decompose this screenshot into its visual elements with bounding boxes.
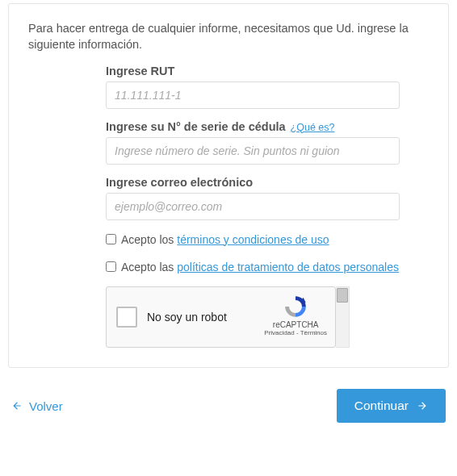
privacy-checkbox[interactable] xyxy=(106,261,116,272)
email-group: Ingrese correo electrónico xyxy=(106,176,400,220)
serie-group: Ingrese su N° de serie de cédula ¿Qué es… xyxy=(106,120,400,165)
recaptcha-checkbox[interactable] xyxy=(116,307,137,328)
privacy-row: Acepto las políticas de tratamiento de d… xyxy=(106,259,400,275)
recaptcha-widget: No soy un robot reCAPTCHA xyxy=(106,286,350,348)
terms-row: Acepto los términos y condiciones de uso xyxy=(106,232,400,248)
email-label: Ingrese correo electrónico xyxy=(106,176,400,189)
terms-text: Acepto los términos y condiciones de uso xyxy=(121,232,329,248)
terms-checkbox[interactable] xyxy=(106,234,116,244)
terms-link[interactable]: términos y condiciones de uso xyxy=(177,233,329,246)
recaptcha-scrollbar[interactable] xyxy=(336,286,350,348)
privacy-text: Acepto las políticas de tratamiento de d… xyxy=(121,259,399,275)
rut-label: Ingrese RUT xyxy=(106,65,400,77)
back-button[interactable]: Volver xyxy=(11,399,63,413)
recaptcha-branding: reCAPTCHA Privacidad - Términos xyxy=(264,294,327,336)
rut-group: Ingrese RUT xyxy=(106,65,400,109)
serie-label: Ingrese su N° de serie de cédula xyxy=(106,120,286,133)
email-input[interactable] xyxy=(106,193,400,220)
rut-input[interactable] xyxy=(106,81,400,109)
serie-help-link[interactable]: ¿Qué es? xyxy=(291,122,335,133)
arrow-left-icon xyxy=(11,400,23,411)
privacy-link[interactable]: políticas de tratamiento de datos person… xyxy=(177,261,399,273)
recaptcha-label: No soy un robot xyxy=(147,311,227,324)
intro-text: Para hacer entrega de cualquier informe,… xyxy=(28,20,429,53)
actions-row: Volver Continuar xyxy=(8,389,449,429)
continue-button[interactable]: Continuar xyxy=(337,389,446,423)
form-card: Para hacer entrega de cualquier informe,… xyxy=(8,3,449,368)
serie-input[interactable] xyxy=(106,137,400,165)
arrow-right-icon xyxy=(417,400,428,411)
recaptcha-icon xyxy=(283,294,308,319)
